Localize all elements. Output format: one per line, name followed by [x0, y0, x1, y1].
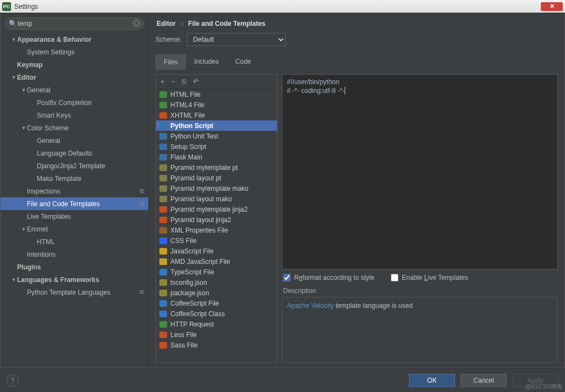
- template-toolbar: + − ⎘ ↶: [156, 75, 277, 89]
- template-item[interactable]: XML Properties File: [156, 225, 277, 235]
- template-item[interactable]: Python Unit Test: [156, 131, 277, 141]
- template-item[interactable]: package.json: [156, 288, 277, 298]
- template-item[interactable]: Setup Script: [156, 141, 277, 152]
- scheme-label: Scheme:: [156, 36, 181, 43]
- file-icon: [159, 185, 167, 192]
- sidebar-item[interactable]: Live Templates: [1, 210, 148, 223]
- sidebar-item[interactable]: ▼Emmet: [1, 223, 148, 235]
- description-label: Description: [283, 287, 557, 295]
- file-icon: [159, 175, 167, 181]
- copy-button[interactable]: ⎘: [182, 78, 186, 86]
- file-icon: [159, 238, 167, 244]
- settings-sidebar: 🔍 ✕ ▼Appearance & BehaviorSystem Setting…: [1, 13, 149, 367]
- add-button[interactable]: +: [160, 78, 165, 86]
- template-item[interactable]: AMD JavaScript File: [156, 256, 277, 267]
- ok-button[interactable]: OK: [409, 374, 455, 387]
- sidebar-item[interactable]: Smart Keys: [1, 109, 148, 122]
- file-icon: [159, 217, 167, 223]
- close-button[interactable]: ✕: [541, 2, 563, 11]
- file-icon: [159, 279, 167, 286]
- sidebar-item[interactable]: ▼Color Scheme: [1, 122, 148, 134]
- live-templates-checkbox[interactable]: Enable Live Templates: [391, 274, 468, 281]
- template-item[interactable]: Python Script: [156, 120, 277, 131]
- template-item[interactable]: Pyramid mytemplate pt: [156, 162, 277, 173]
- sidebar-item[interactable]: Inspections⧉: [1, 185, 148, 197]
- template-item[interactable]: CoffeeScript Class: [156, 308, 277, 319]
- scheme-select[interactable]: Default: [187, 33, 286, 46]
- revert-button[interactable]: ↶: [193, 78, 199, 86]
- settings-tree[interactable]: ▼Appearance & BehaviorSystem SettingsKey…: [1, 33, 148, 367]
- template-item[interactable]: TypeScript File: [156, 267, 277, 277]
- clear-search-icon[interactable]: ✕: [132, 19, 141, 27]
- sidebar-item[interactable]: ▼Editor: [1, 71, 148, 84]
- sidebar-item[interactable]: Mako Template: [1, 172, 148, 185]
- file-icon: [159, 258, 167, 265]
- file-icon: [159, 321, 167, 328]
- chevron-right-icon: ›: [181, 20, 183, 27]
- file-icon: [159, 164, 167, 171]
- template-list[interactable]: HTML FileHTML4 FileXHTML FilePython Scri…: [156, 89, 277, 362]
- breadcrumb: Editor › File and Code Templates: [157, 20, 558, 27]
- tab-code[interactable]: Code: [227, 54, 259, 69]
- template-item[interactable]: Pyramid mytemplate mako: [156, 183, 277, 194]
- template-editor[interactable]: #!/user/bin/python # -*- coding:utf-8 -*…: [282, 74, 558, 269]
- template-item[interactable]: HTML4 File: [156, 100, 277, 110]
- file-icon: [159, 248, 167, 255]
- template-item[interactable]: Less File: [156, 329, 277, 340]
- dialog-footer: ? OK Cancel Apply: [0, 368, 565, 392]
- sidebar-item[interactable]: ▼Appearance & Behavior: [1, 33, 148, 46]
- sidebar-item[interactable]: Language Defaults: [1, 147, 148, 159]
- template-item[interactable]: JavaScript File: [156, 246, 277, 256]
- template-item[interactable]: tsconfig.json: [156, 277, 277, 288]
- sidebar-item[interactable]: Plugins: [1, 261, 148, 273]
- file-icon: [159, 227, 167, 234]
- file-icon: [159, 342, 167, 349]
- template-item[interactable]: XHTML File: [156, 110, 277, 120]
- sidebar-item[interactable]: System Settings: [1, 46, 148, 58]
- template-tabs[interactable]: FilesIncludesCode: [156, 54, 558, 70]
- file-icon: [159, 300, 167, 307]
- sidebar-item[interactable]: Keymap: [1, 58, 148, 71]
- file-icon: [159, 332, 167, 338]
- file-icon: [159, 91, 167, 98]
- window-title: Settings: [14, 3, 38, 10]
- template-item[interactable]: Pyramid layout pt: [156, 173, 277, 183]
- template-item[interactable]: Pyramid mytemplate jinja2: [156, 204, 277, 214]
- file-icon: [159, 102, 167, 108]
- remove-button[interactable]: −: [171, 78, 176, 86]
- sidebar-item[interactable]: ▼General: [1, 84, 148, 96]
- sidebar-item[interactable]: Postfix Completion: [1, 96, 148, 109]
- template-item[interactable]: CoffeeScript File: [156, 298, 277, 308]
- file-icon: [159, 290, 167, 296]
- breadcrumb-root: Editor: [157, 20, 176, 27]
- file-icon: [159, 206, 167, 213]
- search-field[interactable]: 🔍 ✕: [5, 18, 144, 30]
- sidebar-item[interactable]: ▼Languages & Frameworks: [1, 273, 148, 286]
- template-item[interactable]: Sass File: [156, 340, 277, 350]
- sidebar-item[interactable]: Intentions: [1, 248, 148, 261]
- velocity-link[interactable]: Apache Velocity: [287, 302, 334, 310]
- file-icon: [159, 143, 167, 150]
- template-item[interactable]: Pyramid layout mako: [156, 194, 277, 204]
- apply-button[interactable]: Apply: [512, 374, 558, 387]
- reformat-checkbox[interactable]: Reformat according to style: [283, 274, 374, 281]
- help-button[interactable]: ?: [7, 374, 19, 387]
- tab-files[interactable]: Files: [156, 54, 186, 70]
- template-item[interactable]: CSS File: [156, 235, 277, 246]
- template-item[interactable]: Flask Main: [156, 152, 277, 162]
- search-icon: 🔍: [9, 20, 17, 27]
- template-item[interactable]: Pyramid layout jinja2: [156, 214, 277, 225]
- tab-includes[interactable]: Includes: [186, 54, 227, 69]
- cancel-button[interactable]: Cancel: [461, 374, 507, 387]
- sidebar-item[interactable]: HTML: [1, 235, 148, 248]
- title-bar: PC Settings ✕: [0, 0, 565, 13]
- sidebar-item[interactable]: General: [1, 134, 148, 147]
- search-input[interactable]: [5, 18, 144, 30]
- breadcrumb-leaf: File and Code Templates: [188, 20, 265, 27]
- template-item[interactable]: HTML File: [156, 89, 277, 100]
- template-item[interactable]: HTTP Request: [156, 319, 277, 329]
- sidebar-item[interactable]: File and Code Templates⧉: [1, 197, 148, 210]
- file-icon: [159, 311, 167, 317]
- sidebar-item[interactable]: Django/Jinja2 Template: [1, 159, 148, 172]
- sidebar-item[interactable]: Python Template Languages⧉: [1, 286, 148, 299]
